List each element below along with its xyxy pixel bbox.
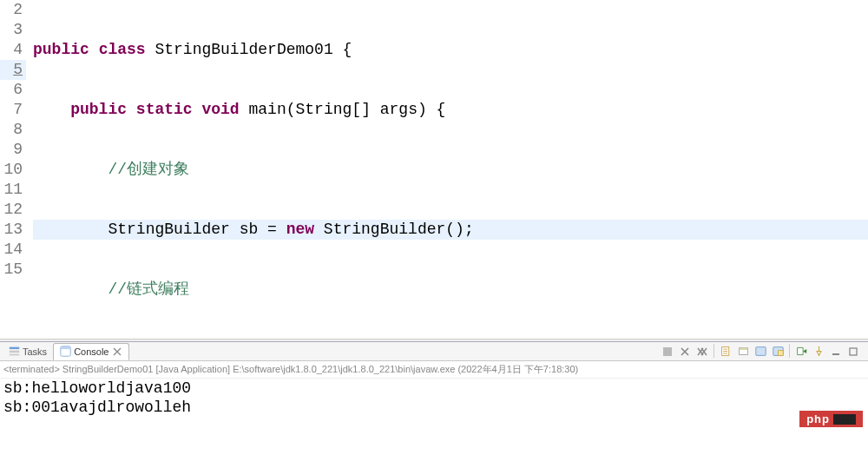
- maximize-icon[interactable]: [845, 344, 861, 359]
- toolbar-separator: [789, 344, 790, 358]
- line-number: 15: [0, 260, 26, 280]
- code-editor[interactable]: 2 3 4 5 6 7 8 9 10 11 12 13 14 15 public…: [0, 0, 868, 339]
- svg-rect-12: [832, 353, 839, 355]
- line-number: 3: [0, 20, 26, 40]
- console-icon: [59, 346, 71, 358]
- display-selected-icon[interactable]: [770, 344, 786, 359]
- code-line[interactable]: //链式编程: [33, 280, 868, 300]
- line-number: 4: [0, 40, 26, 60]
- code-area[interactable]: public class StringBuilderDemo01 { publi…: [31, 0, 868, 339]
- svg-rect-4: [60, 346, 69, 349]
- watermark-block: [833, 414, 856, 425]
- line-number: 10: [0, 160, 26, 180]
- tasks-icon: [8, 346, 20, 358]
- svg-rect-11: [778, 351, 783, 356]
- console-toolbar: [660, 344, 866, 359]
- line-number-current: 5: [0, 60, 26, 80]
- console-output-line: sb:helloworldjava100: [0, 379, 868, 398]
- line-number: 13: [0, 220, 26, 240]
- watermark-badge: php: [799, 411, 863, 427]
- svg-rect-5: [663, 347, 672, 356]
- console-output-line: sb:001avajdlrowolleh: [0, 398, 868, 417]
- watermark-text: php: [806, 412, 830, 425]
- line-number: 14: [0, 240, 26, 260]
- show-console-icon[interactable]: [753, 344, 768, 359]
- svg-rect-0: [9, 347, 18, 349]
- line-number: 7: [0, 100, 26, 120]
- line-number: 12: [0, 200, 26, 220]
- console-panel: Tasks Console <termina: [0, 342, 868, 417]
- svg-rect-2: [9, 354, 18, 356]
- line-number: 6: [0, 80, 26, 100]
- line-number: 9: [0, 140, 26, 160]
- close-tab-icon[interactable]: [111, 346, 123, 358]
- pin-console-icon[interactable]: [811, 344, 826, 359]
- svg-rect-1: [9, 351, 18, 353]
- stop-icon[interactable]: [660, 344, 675, 359]
- toolbar-separator: [713, 344, 714, 358]
- line-number: 11: [0, 180, 26, 200]
- line-number: 2: [0, 0, 26, 20]
- code-line[interactable]: //创建对象: [33, 160, 868, 180]
- remove-launch-icon[interactable]: [677, 344, 693, 359]
- line-number-gutter: 2 3 4 5 6 7 8 9 10 11 12 13 14 15: [0, 0, 31, 339]
- code-line[interactable]: public class StringBuilderDemo01 {: [33, 40, 868, 60]
- open-console-icon[interactable]: [793, 344, 809, 359]
- line-number: 8: [0, 120, 26, 140]
- tab-tasks[interactable]: Tasks: [2, 343, 53, 360]
- code-line[interactable]: public static void main(String[] args) {: [33, 100, 868, 120]
- svg-rect-8: [739, 347, 747, 349]
- clear-console-icon[interactable]: [718, 344, 733, 359]
- minimize-icon[interactable]: [828, 344, 844, 359]
- svg-rect-9: [755, 347, 765, 356]
- svg-rect-13: [850, 348, 857, 355]
- tab-tasks-label: Tasks: [23, 346, 47, 357]
- tab-console[interactable]: Console: [53, 343, 129, 360]
- tab-console-label: Console: [74, 346, 108, 357]
- terminated-status: <terminated> StringBuilderDemo01 [Java A…: [0, 361, 868, 379]
- scroll-lock-icon[interactable]: [735, 344, 751, 359]
- console-tab-bar: Tasks Console: [0, 342, 868, 361]
- remove-all-icon[interactable]: [694, 344, 710, 359]
- code-line-current[interactable]: StringBuilder sb = new StringBuilder();: [33, 220, 868, 240]
